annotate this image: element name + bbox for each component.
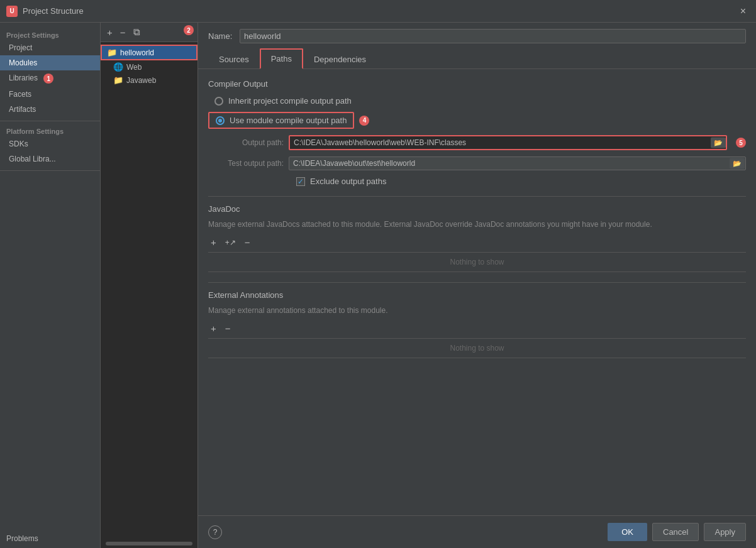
dialog-title: Project Structure xyxy=(23,6,737,16)
javadoc-toolbar: + +↗ − xyxy=(208,236,746,248)
javadoc-remove-button[interactable]: − xyxy=(242,236,253,248)
tree-item-javaweb[interactable]: 📁 Javaweb xyxy=(101,74,197,87)
tab-paths[interactable]: Paths xyxy=(260,48,303,69)
output-path-input[interactable] xyxy=(289,135,727,150)
javadoc-title: JavaDoc xyxy=(208,204,746,214)
inherit-label: Inherit project compile output path xyxy=(228,96,352,106)
test-output-path-wrap: 📂 xyxy=(289,156,746,170)
sidebar-divider xyxy=(0,121,100,121)
web-icon: 🌐 xyxy=(113,62,123,72)
sidebar-item-libraries[interactable]: Libraries 1 xyxy=(0,70,100,87)
output-path-wrap: 📂 xyxy=(289,135,727,150)
apply-button[interactable]: Apply xyxy=(704,523,746,541)
ext-ann-add-button[interactable]: + xyxy=(208,322,219,334)
use-module-radio[interactable] xyxy=(216,116,225,125)
ext-ann-remove-button[interactable]: − xyxy=(223,322,233,334)
module-badge: 2 xyxy=(184,25,194,35)
module-tree-panel: + − ⧉ 2 📁 helloworld 🌐 Web 📁 Javaweb xyxy=(101,23,198,548)
javadoc-section: JavaDoc Manage external JavaDocs attache… xyxy=(208,196,746,272)
sidebar-item-modules[interactable]: Modules xyxy=(0,55,100,70)
badge-5: 5 xyxy=(736,138,746,148)
bottom-right: OK Cancel Apply xyxy=(608,523,746,541)
add-module-button[interactable]: + xyxy=(104,26,115,38)
badge-1: 1 xyxy=(43,74,53,84)
use-module-label: Use module compile output path xyxy=(230,116,347,125)
use-module-option-box: Use module compile output path xyxy=(208,112,354,129)
bottom-bar: ? OK Cancel Apply xyxy=(198,515,756,548)
inherit-option: Inherit project compile output path xyxy=(214,96,746,106)
copy-module-button[interactable]: ⧉ xyxy=(131,26,143,38)
output-path-row: Output path: 📂 5 xyxy=(208,135,746,150)
test-output-path-input[interactable] xyxy=(289,156,746,170)
external-annotations-title: External Annotations xyxy=(208,290,746,300)
content-area: Compiler Output Inherit project compile … xyxy=(198,69,756,515)
sidebar-item-facets[interactable]: Facets xyxy=(0,87,100,102)
tab-sources[interactable]: Sources xyxy=(208,50,260,68)
external-annotations-description: Manage external annotations attached to … xyxy=(208,305,746,316)
javadoc-empty: Nothing to show xyxy=(208,252,746,272)
module-tree-toolbar: + − ⧉ 2 xyxy=(101,23,197,42)
sidebar-divider-2 xyxy=(0,170,100,171)
module-tree: 📁 helloworld 🌐 Web 📁 Javaweb xyxy=(101,42,197,539)
test-output-path-row: Test output path: 📂 xyxy=(208,156,746,170)
close-button[interactable]: × xyxy=(737,4,750,18)
external-annotations-section: External Annotations Manage external ann… xyxy=(208,282,746,358)
output-path-browse-button[interactable]: 📂 xyxy=(711,138,726,148)
tabs-row: Sources Paths Dependencies xyxy=(198,48,756,69)
sidebar-item-artifacts[interactable]: Artifacts xyxy=(0,102,100,117)
app-icon: U xyxy=(6,6,18,17)
ext-ann-empty: Nothing to show xyxy=(208,338,746,358)
remove-module-button[interactable]: − xyxy=(118,26,128,38)
exclude-label: Exclude output paths xyxy=(310,177,386,186)
folder-icon: 📁 xyxy=(107,48,117,57)
external-annotations-toolbar: + − xyxy=(208,322,746,334)
exclude-checkbox[interactable]: ✓ xyxy=(296,177,305,186)
javadoc-description: Manage external JavaDocs attached to thi… xyxy=(208,219,746,230)
ok-button[interactable]: OK xyxy=(608,523,647,541)
sidebar-item-sdks[interactable]: SDKs xyxy=(0,136,100,151)
tree-item-helloworld[interactable]: 📁 helloworld xyxy=(101,45,197,60)
platform-settings-label: Platform Settings xyxy=(0,125,100,136)
javadoc-add-url-button[interactable]: +↗ xyxy=(223,238,238,248)
inherit-radio[interactable] xyxy=(214,97,223,106)
sidebar: Project Settings Project Modules Librari… xyxy=(0,23,101,548)
right-panel: Name: Sources Paths Dependencies Compile… xyxy=(198,23,756,548)
exclude-row: ✓ Exclude output paths xyxy=(296,177,746,186)
name-row: Name: xyxy=(198,23,756,48)
module-tree-scrollbar[interactable] xyxy=(106,542,192,545)
output-path-label: Output path: xyxy=(208,138,284,147)
test-output-browse-button[interactable]: 📂 xyxy=(730,158,745,169)
compiler-output-title: Compiler Output xyxy=(208,79,746,89)
help-button[interactable]: ? xyxy=(208,525,222,539)
bottom-left: ? xyxy=(208,525,222,539)
name-input[interactable] xyxy=(240,29,746,43)
javaweb-icon: 📁 xyxy=(113,75,123,85)
tab-dependencies[interactable]: Dependencies xyxy=(303,50,377,68)
project-settings-label: Project Settings xyxy=(0,29,100,40)
sidebar-item-global-libs[interactable]: Global Libra... xyxy=(0,151,100,167)
sidebar-item-project[interactable]: Project xyxy=(0,40,100,55)
badge-4: 4 xyxy=(359,116,369,126)
test-output-path-label: Test output path: xyxy=(208,159,284,168)
tree-item-web[interactable]: 🌐 Web xyxy=(101,60,197,74)
javadoc-add-button[interactable]: + xyxy=(208,236,219,248)
name-label: Name: xyxy=(208,31,233,41)
cancel-button[interactable]: Cancel xyxy=(652,523,699,541)
sidebar-item-problems[interactable]: Problems xyxy=(0,529,100,548)
